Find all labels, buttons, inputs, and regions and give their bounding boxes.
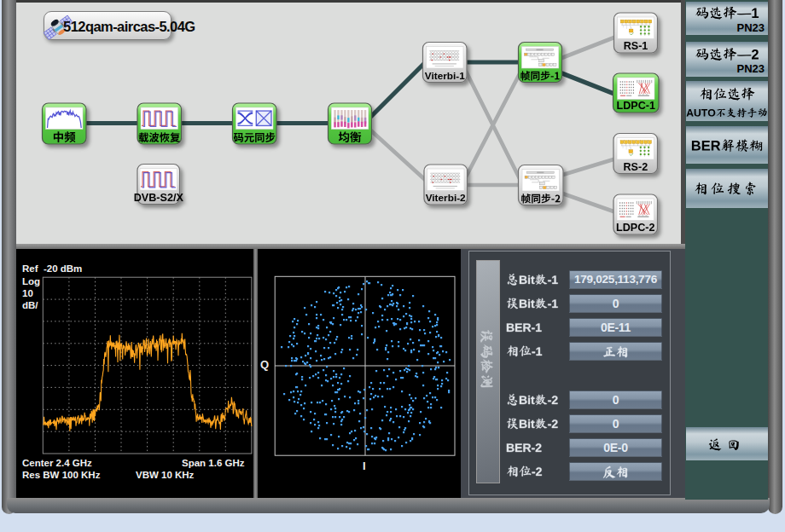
svg-text:RS-2: RS-2 (623, 160, 648, 172)
svg-text:Viterbi-1: Viterbi-1 (425, 69, 465, 81)
svg-text:Viterbi-2: Viterbi-2 (426, 192, 466, 204)
svg-text:LDPC-1: LDPC-1 (617, 100, 655, 112)
svg-text:RS-1: RS-1 (624, 40, 648, 52)
svg-text:DVB-S2/X: DVB-S2/X (134, 191, 184, 203)
svg-text:LDPC-2: LDPC-2 (616, 222, 654, 234)
